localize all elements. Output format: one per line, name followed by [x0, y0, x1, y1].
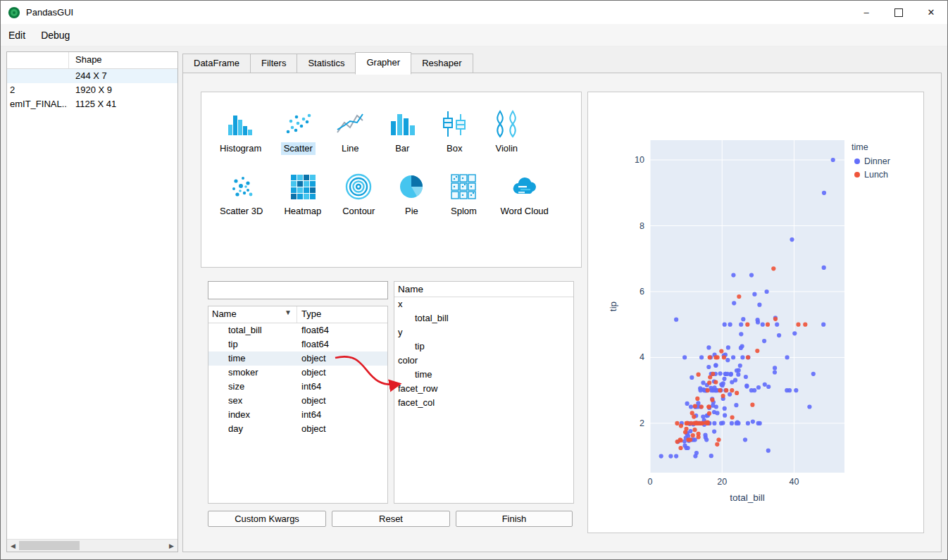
svg-text:6: 6	[640, 287, 644, 297]
column-type: float64	[301, 339, 329, 349]
schema-item-time[interactable]: time	[394, 368, 573, 382]
tab-reshaper[interactable]: Reshaper	[411, 54, 473, 73]
schema-item-total_bill[interactable]: total_bill	[394, 311, 573, 325]
plot-type-label: Scatter 3D	[217, 205, 266, 218]
plot-type-label: Scatter	[281, 142, 316, 155]
column-name: sex	[228, 395, 242, 406]
column-row-size[interactable]: sizeint64	[208, 380, 387, 394]
schema-item-y[interactable]: y	[394, 325, 573, 340]
scroll-left-icon[interactable]: ◀	[7, 540, 19, 552]
schema-header: Name	[394, 282, 573, 297]
dataframe-row[interactable]: emIT_FINAL...1125 X 41	[7, 97, 177, 111]
dataframe-row[interactable]: 21920 X 9	[7, 83, 177, 97]
plot-type-row-1: HistogramScatterLineBarBoxViolin	[201, 108, 581, 155]
column-name: time	[228, 353, 246, 363]
violin-icon	[490, 108, 523, 140]
column-row-tip[interactable]: tipfloat64	[208, 337, 387, 351]
plot-type-histogram[interactable]: Histogram	[217, 108, 264, 155]
svg-text:10: 10	[635, 155, 644, 165]
plot-type-label: Line	[339, 142, 362, 155]
column-row-day[interactable]: dayobject	[208, 422, 387, 436]
columns-table-header[interactable]: Name ▼ Type	[208, 306, 387, 323]
plot-type-pie[interactable]: Pie	[393, 170, 430, 218]
column-search-input[interactable]	[208, 281, 388, 299]
plot-type-violin[interactable]: Violin	[488, 108, 525, 155]
maximize-button[interactable]	[882, 1, 915, 24]
main-tab-bar: DataFrameFiltersStatisticsGrapherReshape…	[182, 54, 473, 73]
plot-type-picker: HistogramScatterLineBarBoxViolin Scatter…	[201, 92, 582, 268]
dataframe-list-header: Shape	[7, 52, 177, 69]
shape-column-header: Shape	[75, 54, 102, 65]
plot-type-heatmap[interactable]: Heatmap	[281, 170, 324, 218]
legend-item-lunch[interactable]: Lunch	[854, 170, 888, 180]
plot-type-wordcloud[interactable]: Word Cloud	[497, 170, 551, 218]
plot-type-scatter[interactable]: Scatter	[280, 108, 316, 155]
column-row-index[interactable]: indexint64	[208, 408, 387, 422]
dataframe-shape: 1125 X 41	[75, 99, 116, 109]
column-row-sex[interactable]: sexobject	[208, 394, 387, 408]
column-row-smoker[interactable]: smokerobject	[208, 366, 387, 380]
plot-type-row-2: Scatter 3DHeatmapContourPieSplomWord Clo…	[201, 170, 581, 218]
title-bar: PandasGUI – ✕	[1, 1, 947, 24]
schema-item-facet_row[interactable]: facet_row	[394, 382, 573, 396]
scatter-chart: 02040246810total_billtiptimeDinnerLunch	[587, 92, 924, 533]
menu-item-edit[interactable]: Edit	[1, 24, 33, 46]
plot-type-label: Histogram	[217, 142, 264, 155]
dataframe-row[interactable]: 244 X 7	[7, 69, 177, 83]
schema-item-tip[interactable]: tip	[394, 340, 573, 354]
column-row-time[interactable]: timeobject	[208, 351, 387, 366]
column-name: total_bill	[228, 325, 262, 335]
svg-text:20: 20	[717, 477, 727, 487]
scrollbar-thumb[interactable]	[19, 541, 80, 550]
legend-item-dinner[interactable]: Dinner	[854, 156, 890, 166]
name-column-header: Name	[212, 309, 237, 319]
plot-type-box[interactable]: Box	[436, 108, 473, 155]
tab-dataframe[interactable]: DataFrame	[182, 54, 251, 73]
column-row-total_bill[interactable]: total_billfloat64	[208, 323, 387, 337]
plot-area[interactable]: 02040246810total_billtiptimeDinnerLunch	[588, 92, 923, 533]
dataframe-list: Shape 244 X 721920 X 9emIT_FINAL...1125 …	[6, 51, 178, 552]
horizontal-scrollbar[interactable]: ◀ ▶	[7, 539, 177, 552]
custom-kwargs-button[interactable]: Custom Kwargs	[208, 511, 326, 527]
svg-text:Dinner: Dinner	[864, 156, 890, 166]
svg-text:8: 8	[640, 221, 644, 231]
grapher-panel: HistogramScatterLineBarBoxViolin Scatter…	[182, 73, 942, 552]
menu-item-debug[interactable]: Debug	[33, 24, 77, 46]
plot-type-contour[interactable]: Contour	[339, 170, 378, 218]
schema-items: xtotal_billytipcolortimefacet_rowfacet_c…	[394, 297, 573, 410]
plot-type-line[interactable]: Line	[332, 108, 368, 155]
plot-type-label: Box	[444, 142, 465, 155]
pie-icon	[395, 170, 428, 203]
plot-schema-list: Name xtotal_billytipcolortimefacet_rowfa…	[394, 281, 574, 504]
sort-dropdown-icon[interactable]: ▼	[285, 309, 292, 316]
svg-text:40: 40	[789, 477, 799, 487]
svg-text:total_bill: total_bill	[730, 492, 765, 503]
plot-type-label: Bar	[392, 142, 412, 155]
column-type: object	[301, 423, 326, 434]
schema-item-x[interactable]: x	[394, 297, 573, 311]
finish-button[interactable]: Finish	[456, 511, 573, 527]
plot-type-bar[interactable]: Bar	[384, 108, 420, 155]
app-logo-icon	[8, 6, 20, 19]
scroll-right-icon[interactable]: ▶	[166, 540, 177, 552]
type-column-header: Type	[301, 309, 321, 319]
tab-grapher[interactable]: Grapher	[355, 52, 411, 75]
plot-type-label: Heatmap	[281, 205, 324, 218]
schema-item-color[interactable]: color	[394, 354, 573, 368]
scatter3d-icon	[225, 170, 258, 203]
plot-type-splom[interactable]: Splom	[445, 170, 482, 218]
tab-statistics[interactable]: Statistics	[297, 54, 356, 73]
heatmap-icon	[287, 170, 319, 203]
plot-type-label: Contour	[339, 205, 378, 218]
columns-rows: total_billfloat64tipfloat64timeobjectsmo…	[208, 323, 387, 436]
column-name: smoker	[228, 367, 258, 378]
reset-button[interactable]: Reset	[332, 511, 450, 527]
minimize-button[interactable]: –	[850, 1, 882, 24]
schema-item-facet_col[interactable]: facet_col	[394, 396, 573, 410]
plot-type-scatter3d[interactable]: Scatter 3D	[217, 170, 266, 218]
close-button[interactable]: ✕	[915, 1, 947, 24]
box-icon	[438, 108, 470, 140]
tab-filters[interactable]: Filters	[250, 54, 297, 73]
dataframe-shape: 244 X 7	[75, 70, 107, 81]
svg-text:0: 0	[648, 477, 653, 487]
